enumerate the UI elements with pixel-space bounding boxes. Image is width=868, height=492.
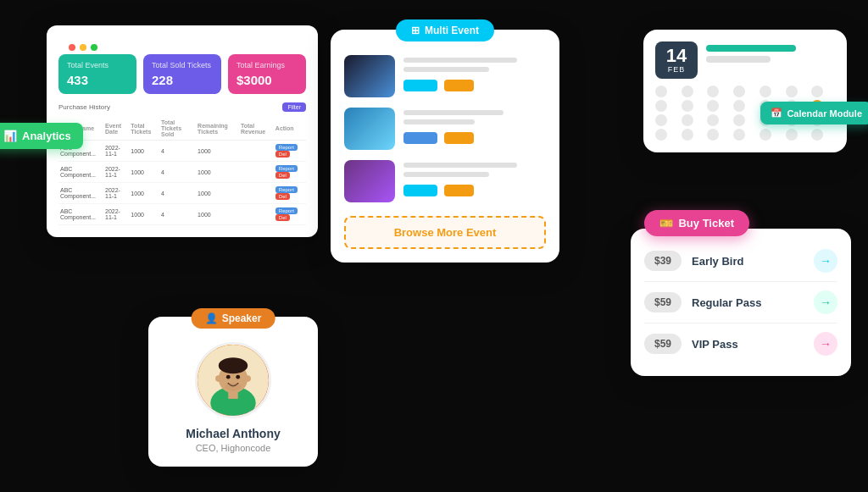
- report-button[interactable]: Report: [275, 165, 298, 172]
- cal-dot[interactable]: [682, 114, 693, 126]
- svg-point-6: [244, 375, 251, 382]
- ticket-option-vip: $59 VIP Pass →: [644, 323, 837, 364]
- event-line: [403, 172, 489, 177]
- cal-dot[interactable]: [733, 86, 745, 97]
- event-thumb-3: [344, 160, 395, 202]
- ticket-options-card: $39 Early Bird → $59 Regular Pass → $59 …: [631, 229, 851, 376]
- filter-button[interactable]: Filter: [282, 102, 306, 112]
- cell-date: 2022-11-1: [103, 141, 129, 162]
- stat-sold-tickets: Total Sold Tickets 228: [143, 54, 221, 94]
- analytics-badge[interactable]: 📊 Analytics: [0, 123, 83, 149]
- ticket-arrow-1[interactable]: →: [814, 249, 837, 273]
- delete-button[interactable]: Del: [275, 172, 290, 179]
- stat-total-events: Total Events 433: [58, 54, 136, 94]
- event-line: [403, 163, 517, 168]
- event-tag-orange: [444, 80, 474, 91]
- cal-dot[interactable]: [655, 86, 667, 97]
- window-chrome: [58, 37, 306, 54]
- col-sold: Total Tickets Sold: [159, 117, 196, 141]
- cal-dot[interactable]: [707, 114, 719, 126]
- cal-dot[interactable]: [760, 86, 771, 97]
- cal-dot[interactable]: [655, 114, 667, 126]
- report-button[interactable]: Report: [275, 207, 298, 214]
- purchase-table: Event Name Event Date Total Tickets Tota…: [58, 117, 306, 225]
- browse-more-button[interactable]: Browse More Event: [344, 216, 546, 249]
- ticket-name-2: Regular Pass: [692, 296, 804, 309]
- col-date: Event Date: [103, 117, 129, 141]
- speaker-title: CEO, Highoncode: [162, 443, 304, 453]
- calendar-progress: [706, 41, 835, 63]
- table-row: ABC Component... 2022-11-1 1000 4 1000 R…: [58, 141, 306, 162]
- table-filter-row: Purchase History Filter: [58, 102, 306, 112]
- ticket-name-1: Early Bird: [692, 255, 804, 268]
- cell-date: 2022-11-1: [103, 204, 129, 225]
- cal-dot[interactable]: [707, 100, 719, 112]
- cal-dot[interactable]: [655, 129, 667, 141]
- stat-earn-label: Total Earnings: [236, 61, 298, 69]
- cell-tickets: 1000: [129, 204, 159, 225]
- cal-dot[interactable]: [682, 100, 693, 112]
- analytics-label: Analytics: [22, 130, 71, 142]
- analytics-dashboard-card: Total Events 433 Total Sold Tickets 228 …: [47, 25, 318, 237]
- ticket-arrow-2[interactable]: →: [814, 290, 837, 314]
- chrome-minimize: [80, 44, 86, 51]
- cal-dot[interactable]: [786, 86, 798, 97]
- svg-point-9: [225, 383, 241, 391]
- delete-button[interactable]: Del: [275, 214, 290, 221]
- cal-dot[interactable]: [707, 86, 719, 97]
- cal-dot[interactable]: [655, 100, 667, 112]
- cal-dot[interactable]: [733, 129, 745, 141]
- cal-dot[interactable]: [811, 129, 823, 141]
- cell-tickets: 1000: [129, 141, 159, 162]
- report-button[interactable]: Report: [275, 186, 298, 193]
- ticket-arrow-3[interactable]: →: [814, 332, 837, 356]
- table-row: ABC Component... 2022-11-1 1000 4 1000 R…: [58, 183, 306, 204]
- event-item-2: [344, 108, 546, 150]
- cell-event: ABC Component...: [58, 162, 103, 183]
- calendar-date-box: 14 FEB: [655, 41, 698, 79]
- event-item-3: [344, 160, 546, 202]
- cell-remaining: 1000: [196, 162, 239, 183]
- calendar-module-label: Calendar Module: [787, 108, 862, 119]
- svg-point-7: [226, 375, 231, 379]
- cell-remaining: 1000: [196, 141, 239, 162]
- svg-point-4: [219, 357, 248, 373]
- chrome-close: [69, 44, 75, 51]
- ticket-option-early-bird: $39 Early Bird →: [644, 240, 837, 282]
- delete-button[interactable]: Del: [275, 193, 290, 200]
- cell-sold: 4: [159, 183, 196, 204]
- event-line: [403, 119, 475, 124]
- chrome-maximize: [91, 44, 97, 51]
- cal-dot[interactable]: [682, 129, 693, 141]
- event-tag-cyan: [403, 80, 437, 91]
- svg-point-5: [215, 375, 222, 382]
- stat-sold-value: 228: [152, 73, 213, 87]
- cell-revenue: [239, 162, 274, 183]
- cal-dot[interactable]: [760, 129, 771, 141]
- report-button[interactable]: Report: [275, 144, 298, 151]
- cal-dot[interactable]: [707, 129, 719, 141]
- cal-dot[interactable]: [733, 114, 745, 126]
- delete-button[interactable]: Del: [275, 151, 290, 158]
- cell-tickets: 1000: [129, 162, 159, 183]
- cell-date: 2022-11-1: [103, 183, 129, 204]
- cell-action: Report Del: [274, 183, 306, 204]
- event-item-1: [344, 55, 546, 97]
- cal-dot[interactable]: [811, 86, 823, 97]
- speaker-badge: 👤 Speaker: [192, 308, 275, 329]
- stat-events-label: Total Events: [67, 61, 128, 69]
- cal-dot[interactable]: [682, 86, 693, 97]
- cal-dot[interactable]: [786, 129, 798, 141]
- cell-action: Report Del: [274, 141, 306, 162]
- progress-bar-1: [706, 45, 796, 52]
- event-info-3: [403, 163, 546, 200]
- cell-tickets: 1000: [129, 183, 159, 204]
- stat-earn-value: $3000: [236, 73, 298, 87]
- col-tickets: Total Tickets: [129, 117, 159, 141]
- cell-sold: 4: [159, 141, 196, 162]
- cal-dot[interactable]: [733, 100, 745, 112]
- ticket-name-3: VIP Pass: [692, 338, 804, 351]
- event-tag-orange: [444, 132, 474, 144]
- buy-ticket-badge[interactable]: 🎫 Buy Ticket: [644, 210, 749, 236]
- event-line: [403, 110, 504, 115]
